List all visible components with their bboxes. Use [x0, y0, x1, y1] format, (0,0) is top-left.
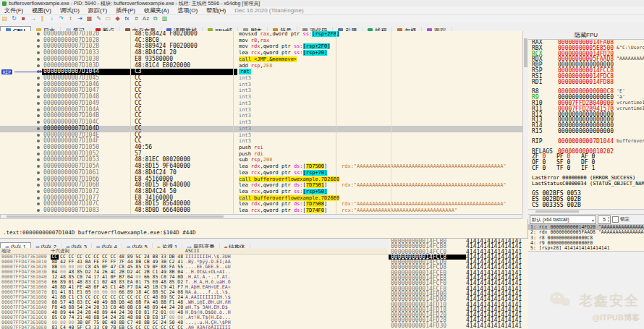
dump-row[interactable]: 00007FFD473610208B000000C8450F47C84585C9…	[0, 265, 389, 270]
dump-row[interactable]: 00007FFD473610C085C07421488B542428488BCB…	[0, 315, 389, 320]
register-row[interactable]: RIP00000000007D1044bufferoverflowexample	[528, 139, 644, 145]
disasm-gutter	[0, 208, 42, 214]
argument-row[interactable]: 1: rcx 000000000014FD20 "AAAAAAAAAAAAAAA…	[528, 225, 644, 230]
dump-byte: CC	[168, 325, 177, 329]
dump-row[interactable]: 00007FFD4736109008574883EC40498BD8488BFA…	[0, 300, 389, 305]
calling-convention-select[interactable]: 默认 (x64 fastcall)▼	[530, 215, 596, 224]
stack-row[interactable]: 000000000014FD304141414141414141	[389, 323, 528, 328]
edit-pencil-icon[interactable]: ✎	[94, 15, 103, 22]
breakpoint-dot-icon[interactable]	[37, 33, 40, 35]
breakpoint-dot-icon[interactable]	[37, 114, 40, 117]
register-row[interactable]: R150000000000000000	[528, 129, 644, 134]
flag[interactable]: CS 0033	[532, 202, 556, 208]
dump-row[interactable]: 00007FFD47361070D14181E1050000006689184C…	[0, 290, 389, 295]
arg-count-stepper[interactable]: 5▲▼	[598, 215, 611, 224]
dump-row[interactable]: 00007FFD47361000CCCCCCCCCCCCCCCC48895C24…	[0, 255, 389, 260]
breakpoint-dot-icon[interactable]	[37, 39, 40, 42]
menu-item[interactable]: 收藏夹(A)	[140, 7, 174, 14]
argument-row[interactable]: 3: r8 00000000000000C8	[528, 236, 644, 241]
watermark-logo-icon	[550, 291, 575, 311]
step-into-icon[interactable]: ↓	[47, 15, 56, 22]
dump-row[interactable]: 00007FFD4736103004004885D274264C2BD24C2B…	[0, 270, 389, 275]
breakpoint-dot-icon[interactable]	[37, 89, 40, 92]
dump-row[interactable]: 00007FFD473610B048894424284889442430E881…	[0, 310, 389, 315]
menu-item[interactable]: 跟踪(T)	[84, 7, 111, 14]
registers-panel[interactable]: RAX000000000014FA08RBX00000000005E8500&"…	[528, 40, 644, 210]
dump-row[interactable]: 00007FFD473610A0F8488B54242033C0480BC848…	[0, 305, 389, 310]
open-file-icon[interactable]: ▤	[0, 15, 9, 22]
breakpoint-dot-icon[interactable]	[37, 108, 40, 111]
menu-item[interactable]: 调试(D)	[56, 7, 84, 14]
dump-row[interactable]: 00007FFD47361060488D41FE480F45C148F7DA45…	[0, 285, 389, 290]
breakpoint-dot-icon[interactable]	[37, 171, 40, 174]
register-row[interactable]: RDI000000000014FD88	[528, 80, 644, 85]
lock-checkbox[interactable]	[612, 216, 619, 223]
menu-item[interactable]: 文件(F)	[0, 7, 27, 14]
breakpoint-dot-icon[interactable]	[37, 202, 40, 205]
breakpoint-dot-icon[interactable]	[37, 184, 40, 187]
stack-panel[interactable]: 000000000014FCB0414141414141414100000000…	[389, 239, 529, 329]
disasm-row[interactable]: 00000000007D108348:8D0D 66640000lea rcx,…	[0, 208, 522, 214]
breakpoint-dot-icon[interactable]	[37, 121, 40, 124]
restart-icon[interactable]: ↻	[9, 15, 19, 22]
dump-row[interactable]: 00007FFD47361040124885C07417410FB7040066…	[0, 275, 389, 280]
trace-into-icon[interactable]: t	[66, 15, 75, 22]
flag[interactable]: CF 0	[532, 166, 556, 171]
graph-icon[interactable]: ⧉	[151, 15, 160, 22]
dump-row[interactable]: 00007FFD473610506689014883C1024883EA0175…	[0, 280, 389, 285]
menu-item[interactable]: 插件(P)	[111, 7, 140, 14]
execute-till-return-icon[interactable]: ⇥	[75, 15, 85, 22]
eraser-icon[interactable]: ◆	[113, 15, 122, 22]
step-over-icon[interactable]: ↷	[56, 15, 66, 22]
memory-dump-panel[interactable]: 地址 十六进制 ASCII 00007FFD47361000CCCCCCCCCC…	[0, 248, 389, 329]
registers-header[interactable]: 隐藏FPU	[528, 31, 644, 40]
breakpoint-dot-icon[interactable]	[37, 134, 40, 137]
breakpoint-dot-icon[interactable]	[37, 165, 40, 168]
breakpoint-dot-icon[interactable]	[37, 190, 40, 193]
dump-row[interactable]: 00007FFD473610108D42FF41BAFEFFFF7F448BCB…	[0, 260, 389, 265]
dump-row[interactable]: 00007FFD473610D00000003B0F750E488BC7488B…	[0, 320, 389, 325]
breakpoint-dot-icon[interactable]	[37, 178, 40, 181]
menu-item[interactable]: 选项(O)	[174, 7, 203, 14]
breakpoint-dot-icon[interactable]	[37, 51, 40, 54]
flag[interactable]: SS 002B	[556, 202, 581, 208]
dump-row[interactable]: 00007FFD473610E083C4405FC333C07BEBC5CCCC…	[0, 325, 389, 329]
breakpoint-dot-icon[interactable]	[37, 64, 40, 67]
argument-row[interactable]: 2: rdx 00000000005FAAD8 "AAAAAAAAAAAAAAA…	[528, 230, 644, 235]
flag[interactable]: TF 0	[556, 166, 581, 171]
flag[interactable]: IF 1	[581, 166, 606, 171]
memory-map-icon[interactable]: ▦	[85, 15, 94, 22]
menu-item[interactable]: 视图(V)	[27, 7, 56, 14]
disasm-vertical-scrollbar[interactable]	[522, 31, 528, 214]
breakpoint-dot-icon[interactable]	[37, 197, 40, 200]
breakpoint-dot-icon[interactable]	[37, 153, 40, 155]
help-book-icon[interactable]: ▥	[160, 15, 169, 22]
menu-item[interactable]: 帮助(H)	[202, 7, 230, 14]
stop-icon[interactable]: ■	[19, 15, 28, 22]
breakpoint-dot-icon[interactable]	[37, 58, 40, 61]
hash-icon[interactable]: #	[132, 15, 141, 22]
run-icon[interactable]: →	[28, 15, 38, 22]
dump-row[interactable]: 00007FFD47361080418BC1C3CCCCCCCCCCCCCCCC…	[0, 295, 389, 300]
breakpoint-dot-icon[interactable]	[37, 146, 40, 149]
breakpoint-dot-icon[interactable]	[37, 158, 40, 161]
breakpoint-dot-icon[interactable]	[37, 77, 40, 80]
breakpoint-dot-icon[interactable]	[37, 102, 40, 105]
breakpoint-dot-icon[interactable]	[37, 95, 40, 98]
stack-address: 000000000014FD30	[389, 323, 466, 328]
highlight-icon[interactable]: ▭	[103, 15, 113, 22]
breakpoint-dot-icon[interactable]	[37, 127, 40, 130]
disasm-horizontal-scrollbar[interactable]	[0, 214, 522, 219]
breakpoint-dot-icon[interactable]	[37, 45, 40, 48]
argument-row[interactable]: 4: r9 00000000000000E0	[528, 241, 644, 246]
breakpoint-dot-icon[interactable]	[37, 83, 40, 86]
az-icon[interactable]: Az	[141, 15, 151, 22]
breakpoint-dot-icon[interactable]	[37, 140, 40, 142]
disassembly-panel[interactable]: 00000000007D102048:638424 F8020000movsxd…	[0, 31, 523, 214]
pause-icon[interactable]: ∥	[38, 15, 47, 22]
registers-scrollbar[interactable]	[528, 210, 644, 215]
arguments-panel[interactable]: 1: rcx 000000000014FD20 "AAAAAAAAAAAAAAA…	[528, 225, 644, 252]
argument-row[interactable]: 5: [rsp+28] 4141414141414141	[528, 246, 644, 251]
breakpoint-dot-icon[interactable]	[37, 209, 40, 212]
fx-icon[interactable]: fx	[122, 15, 132, 22]
